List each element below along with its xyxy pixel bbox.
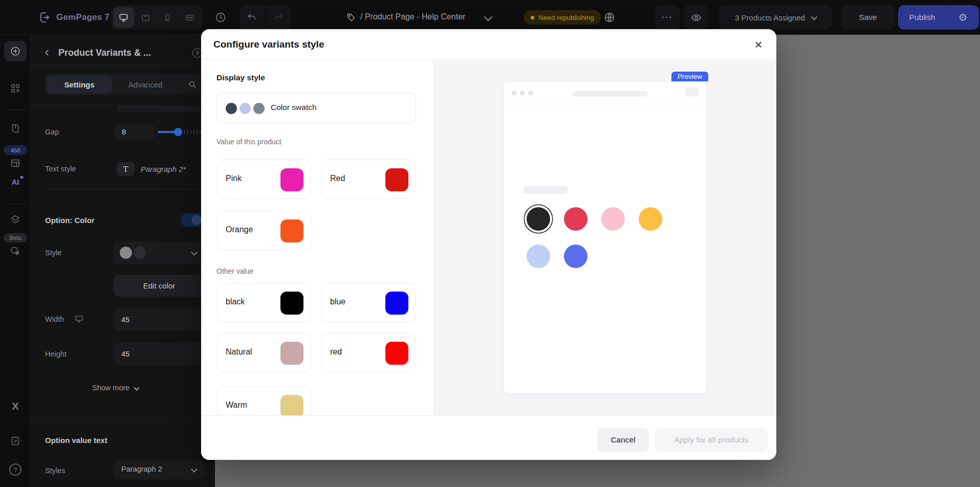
styles-label: Styles <box>45 467 66 475</box>
publish-button[interactable]: Publish <box>898 5 946 30</box>
scrolled-control-stub <box>117 105 205 112</box>
products-assigned-dropdown[interactable]: 3 Products Assigned <box>719 5 832 30</box>
variant-label: red <box>330 347 342 357</box>
tablet-view-button[interactable] <box>135 7 156 28</box>
more-options-button[interactable]: ··· <box>655 5 680 30</box>
responsive-width-button[interactable] <box>179 7 200 28</box>
swatch-circle <box>253 103 265 114</box>
variant-label: Warm <box>226 401 247 410</box>
tab-advanced[interactable]: Advanced <box>112 80 179 89</box>
history-icon[interactable] <box>215 12 226 23</box>
save-button[interactable]: Save <box>841 5 895 30</box>
height-input[interactable]: 45 <box>114 343 205 365</box>
sections-library-icon[interactable] <box>10 83 21 94</box>
show-more-label: Show more <box>92 384 129 392</box>
variant-value-card[interactable]: Red <box>321 160 416 199</box>
redo-button[interactable] <box>265 5 291 30</box>
cancel-button[interactable]: Cancel <box>597 428 649 452</box>
interactions-cursor-icon[interactable] <box>10 246 21 257</box>
gap-label: Gap <box>45 128 59 136</box>
variant-value-card[interactable]: black <box>217 283 311 322</box>
variant-value-card[interactable]: blue <box>321 283 416 322</box>
color-swatch[interactable] <box>280 342 303 365</box>
publish-settings-gear-icon[interactable]: ⚙ <box>946 5 979 30</box>
theme-templates-icon[interactable] <box>10 123 21 134</box>
value-section-label: Value of this product <box>216 138 281 146</box>
mobile-view-button[interactable] <box>157 7 178 28</box>
add-element-button[interactable] <box>4 41 27 61</box>
color-swatch[interactable] <box>280 395 303 415</box>
variant-value-card[interactable]: Pink <box>217 160 311 199</box>
preview-swatch[interactable] <box>564 245 587 268</box>
style-label: Style <box>45 249 61 257</box>
gempages-editor: GemPages 7 / Product Page - Help Center … <box>0 0 980 487</box>
style-dropdown[interactable] <box>114 241 205 264</box>
color-swatch[interactable] <box>280 219 303 242</box>
variant-value-card[interactable]: Orange <box>217 211 311 250</box>
chevron-down-icon[interactable] <box>484 13 493 21</box>
globe-icon[interactable] <box>604 12 615 23</box>
swatch-preview-circle <box>120 247 132 259</box>
gap-input[interactable]: 8 <box>114 123 154 141</box>
undo-button[interactable] <box>239 5 265 30</box>
display-style-label: Display style <box>216 73 265 82</box>
typography-button[interactable]: T <box>117 162 135 176</box>
search-icon[interactable] <box>188 80 197 89</box>
breadcrumb[interactable]: / Product Page - Help Center <box>360 12 465 21</box>
apply-all-products-button[interactable]: Apply for all products <box>655 428 768 452</box>
variant-value-card[interactable]: Warm <box>217 386 311 415</box>
variant-label: black <box>226 297 245 306</box>
preview-eye-button[interactable] <box>684 5 708 30</box>
preview-swatch[interactable] <box>601 207 625 231</box>
gap-slider-handle[interactable] <box>174 128 182 136</box>
width-input[interactable]: 45 <box>114 308 205 331</box>
beta-badge: Beta <box>4 233 27 242</box>
text-style-value[interactable]: Paragraph 2* <box>141 165 186 173</box>
option-value-text-label: Option value text <box>45 436 107 445</box>
publish-split-button: Publish ⚙ <box>898 5 979 30</box>
back-chevron-icon[interactable] <box>43 49 51 57</box>
color-swatch[interactable] <box>280 168 303 191</box>
layers-icon[interactable] <box>10 214 21 225</box>
need-republishing-badge: Need republishing <box>524 10 601 25</box>
ai-label: AI <box>12 178 19 186</box>
desktop-view-button[interactable] <box>113 7 134 28</box>
status-dot <box>531 16 534 19</box>
tab-settings[interactable]: Settings <box>47 75 112 94</box>
color-swatch[interactable] <box>385 342 408 365</box>
preview-badge: Preview <box>671 72 708 81</box>
configure-variants-modal: Configure variants style × Display style… <box>201 29 776 460</box>
color-swatch[interactable] <box>385 168 408 191</box>
variant-label: Orange <box>226 225 253 234</box>
preview-swatch[interactable] <box>564 207 587 231</box>
preview-swatch[interactable] <box>527 245 550 268</box>
ai-assistant-button[interactable]: AI <box>0 178 31 186</box>
display-style-value: Color swatch <box>271 103 317 112</box>
x-logo[interactable]: X <box>0 400 31 412</box>
help-button[interactable]: ? <box>9 463 21 476</box>
chevron-down-icon <box>134 385 140 390</box>
color-swatch[interactable] <box>280 292 303 315</box>
close-icon[interactable]: × <box>751 37 766 52</box>
styles-value: Paragraph 2 <box>121 465 162 473</box>
gempages-logo-icon[interactable] <box>39 11 51 24</box>
modal-settings-column: Display style Color swatch Value of this… <box>201 60 433 415</box>
element-settings-panel: Product Variants & ... ? Settings Advanc… <box>31 35 215 487</box>
preview-swatch-selected[interactable] <box>527 207 550 231</box>
modal-preview-panel: Preview <box>433 60 776 415</box>
divider <box>31 419 215 420</box>
modal-footer: Cancel Apply for all products <box>201 415 776 460</box>
show-more-button[interactable]: Show more <box>92 384 139 392</box>
variant-label: blue <box>330 297 345 306</box>
preview-swatch[interactable] <box>639 207 662 231</box>
option-color-toggle[interactable] <box>181 213 203 227</box>
variant-value-card[interactable]: Natural <box>217 333 311 372</box>
display-style-option[interactable]: Color swatch <box>216 93 416 123</box>
checklist-icon[interactable] <box>10 435 21 446</box>
variant-value-card[interactable]: red <box>321 333 416 372</box>
page-sections-icon[interactable] <box>10 158 21 169</box>
styles-dropdown[interactable]: Paragraph 2 <box>114 460 205 479</box>
app-title: GemPages 7 <box>56 12 110 23</box>
color-swatch[interactable] <box>385 292 408 315</box>
edit-color-button[interactable]: Edit color <box>114 275 205 297</box>
